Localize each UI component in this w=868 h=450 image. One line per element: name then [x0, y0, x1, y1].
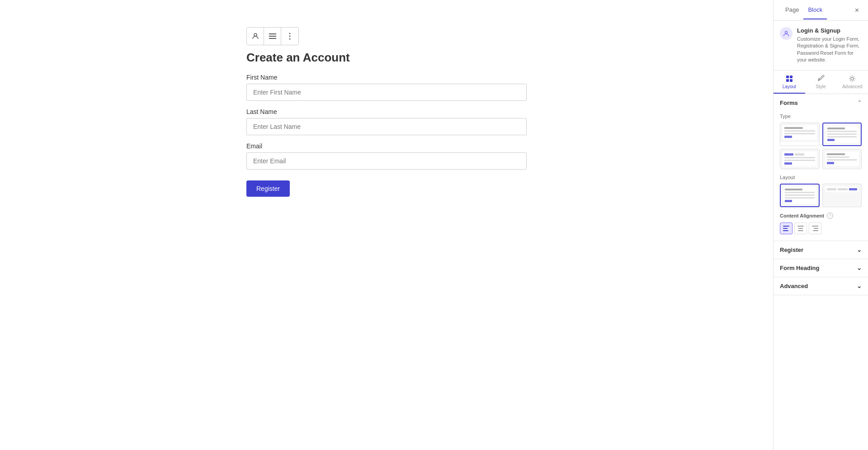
svg-point-0	[254, 33, 257, 36]
type-signin-inner	[780, 123, 819, 142]
panel-tabs: Page Block ×	[774, 0, 868, 21]
align-right-btn[interactable]	[809, 223, 821, 234]
panel-close-button[interactable]: ×	[853, 5, 861, 16]
type-signup-inner	[780, 149, 819, 169]
register-button[interactable]: Register	[246, 180, 290, 197]
lm-line-4	[785, 197, 815, 199]
mini-su-line-2	[784, 160, 815, 161]
form-container: Create an Account First Name Last Name E…	[246, 51, 527, 206]
svg-point-12	[851, 77, 854, 80]
mini-signup-form	[783, 152, 817, 166]
email-label: Email	[246, 142, 527, 150]
svg-rect-14	[783, 228, 788, 229]
alignment-label-row: Content Alignment ?	[780, 213, 862, 219]
svg-rect-18	[798, 230, 803, 231]
forms-section-chevron: ⌃	[857, 99, 862, 106]
svg-rect-8	[786, 76, 789, 78]
tab-advanced[interactable]: Advanced	[836, 71, 868, 94]
first-name-input[interactable]	[246, 84, 527, 101]
svg-rect-10	[786, 79, 789, 82]
mini-signin-form	[783, 125, 817, 140]
svg-rect-20	[814, 228, 818, 229]
toolbar-more-btn[interactable]	[281, 28, 298, 45]
mini-rs-line-1	[827, 153, 845, 155]
plugin-info: Login & Signup Customize your Login Form…	[797, 27, 862, 64]
mini-stacked	[783, 187, 816, 204]
type-label: Type	[780, 114, 862, 119]
toolbar-person-btn[interactable]	[247, 28, 264, 45]
forms-section-label: Forms	[780, 99, 798, 106]
tab-icons-row: Layout Style Advanced	[774, 71, 868, 94]
form-heading-section-header[interactable]: Form Heading ⌄	[774, 259, 868, 277]
last-name-label: Last Name	[246, 108, 527, 115]
mini-reg-line-4	[827, 136, 857, 137]
layout-sub-label: Layout	[780, 175, 862, 180]
register-section-chevron: ⌄	[857, 246, 862, 253]
email-input[interactable]	[246, 152, 527, 170]
mini-reg-line-1	[827, 128, 845, 129]
mini-reset-form	[825, 152, 859, 166]
type-reset-card[interactable]	[822, 149, 862, 169]
mini-inline	[825, 186, 859, 192]
svg-rect-19	[812, 226, 818, 227]
lm-line-1	[785, 189, 802, 190]
svg-rect-3	[269, 38, 276, 39]
tab-page[interactable]: Page	[781, 1, 803, 19]
canvas-area: Create an Account First Name Last Name E…	[0, 0, 773, 450]
mini-line-3	[784, 133, 815, 134]
mini-su-line-1	[784, 157, 815, 158]
plugin-desc: Customize your Login Form, Registration …	[797, 36, 862, 64]
layout-tab-label: Layout	[783, 84, 796, 89]
type-signup-card[interactable]	[780, 149, 820, 169]
advanced-section-header[interactable]: Advanced ⌄	[774, 277, 868, 295]
svg-rect-15	[783, 230, 788, 231]
forms-section-header[interactable]: Forms ⌃	[774, 94, 868, 112]
svg-rect-11	[790, 79, 793, 82]
svg-rect-9	[790, 76, 793, 78]
type-grid	[780, 123, 862, 169]
alignment-info-icon[interactable]: ?	[827, 213, 833, 219]
type-register-inner	[823, 123, 861, 145]
mini-line-2	[784, 130, 815, 132]
first-name-field: First Name	[246, 74, 527, 101]
mini-btn-1	[784, 136, 792, 138]
type-reset-inner	[823, 149, 862, 168]
align-center-icon	[797, 226, 804, 231]
last-name-input[interactable]	[246, 118, 527, 135]
forms-section-body: Type	[774, 114, 868, 241]
advanced-icon	[849, 75, 856, 82]
align-center-btn[interactable]	[794, 223, 807, 234]
lm-line-2	[785, 192, 815, 193]
mini-rs-line-2	[827, 156, 850, 158]
svg-point-6	[289, 38, 291, 40]
lm-line-3	[785, 194, 815, 196]
panel-tabs-list: Page Block	[781, 1, 827, 19]
advanced-tab-label: Advanced	[842, 84, 862, 89]
align-left-btn[interactable]	[780, 223, 793, 234]
advanced-section-chevron: ⌄	[857, 283, 862, 289]
align-right-icon	[812, 226, 818, 231]
layout-inline-card[interactable]	[822, 184, 862, 207]
type-signin-card[interactable]	[780, 123, 820, 146]
form-title: Create an Account	[246, 51, 527, 65]
tab-block[interactable]: Block	[803, 1, 827, 19]
tab-layout[interactable]: Layout	[774, 71, 805, 94]
layout-stacked-card[interactable]	[780, 184, 820, 207]
svg-point-5	[289, 36, 291, 37]
more-icon	[289, 33, 291, 40]
layout-icon	[786, 75, 793, 82]
type-register-card[interactable]	[822, 123, 862, 146]
alignment-label: Content Alignment	[780, 213, 824, 218]
toolbar-list-btn[interactable]	[264, 28, 281, 45]
mini-reg-line-2	[827, 131, 857, 132]
person-icon	[252, 33, 259, 40]
align-left-icon	[783, 226, 789, 231]
svg-rect-21	[813, 230, 818, 231]
tab-style[interactable]: Style	[805, 71, 837, 94]
style-icon	[817, 75, 825, 82]
block-wrapper: Create an Account First Name Last Name E…	[246, 27, 527, 206]
svg-point-4	[289, 33, 291, 34]
svg-point-7	[785, 31, 788, 33]
register-section-header[interactable]: Register ⌄	[774, 241, 868, 259]
alignment-buttons	[780, 223, 862, 234]
